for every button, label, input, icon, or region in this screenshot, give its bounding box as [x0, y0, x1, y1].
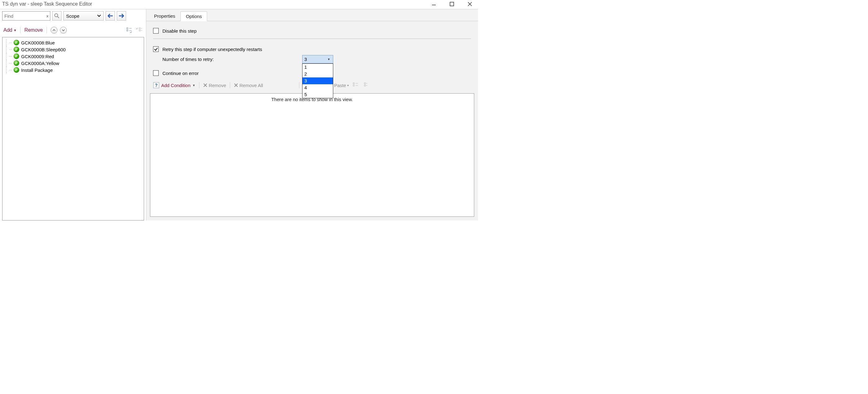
maximize-button[interactable] [448, 0, 456, 8]
conditions-list[interactable]: There are no items to show in this view. [150, 93, 474, 217]
move-up-button[interactable] [51, 27, 58, 34]
add-label: Add [3, 27, 12, 33]
minimize-button[interactable] [430, 0, 438, 8]
remove-all-button[interactable]: Remove All [234, 83, 263, 88]
svg-rect-9 [139, 30, 141, 31]
window: TS dyn var - sleep Task Sequence Editor … [0, 0, 478, 221]
tab-options[interactable]: Options [180, 11, 207, 21]
retry-row: Retry this step if computer unexpectedly… [153, 45, 471, 54]
retry-option[interactable]: 2 [303, 71, 333, 78]
retry-count-field[interactable]: 3 ▾ [302, 55, 333, 63]
titlebar: TS dyn var - sleep Task Sequence Editor [0, 0, 478, 9]
retry-option[interactable]: 3 [303, 78, 333, 84]
success-icon: ✓ [14, 47, 19, 52]
tree-item[interactable]: ✓ GCK00008:Blue [4, 39, 143, 46]
retry-option[interactable]: 5 [303, 91, 333, 98]
x-icon [203, 83, 208, 87]
search-button[interactable] [52, 11, 61, 21]
content: x Scope Add ▼ [0, 9, 478, 221]
retry-count-dropdown[interactable]: 3 ▾ 1 2 3 4 5 [302, 55, 333, 63]
chevron-up-double-icon [52, 28, 56, 32]
retry-count-list: 1 2 3 4 5 [302, 63, 333, 98]
nav-forward-button[interactable] [117, 11, 126, 21]
scope-select[interactable]: Scope [63, 11, 104, 21]
arrow-left-icon [107, 14, 113, 18]
tree-connector [9, 56, 12, 57]
tree-item-label: GCK0000A:Yellow [21, 61, 59, 66]
svg-rect-19 [364, 85, 366, 86]
retry-checkbox[interactable] [153, 46, 159, 52]
add-button[interactable]: Add ▼ [3, 27, 17, 33]
disable-step-row: Disable this step [153, 26, 471, 35]
remove-condition-button[interactable]: Remove [203, 83, 226, 88]
dropdown-caret-icon: ▼ [13, 29, 17, 32]
continue-label: Continue on error [162, 71, 199, 76]
close-button[interactable] [466, 0, 474, 8]
retry-label: Retry this step if computer unexpectedly… [162, 47, 262, 52]
svg-rect-17 [353, 85, 354, 86]
chevron-down-double-icon [61, 28, 65, 32]
tree-extra-controls [126, 27, 143, 33]
separator [230, 82, 230, 88]
search-icon [54, 13, 60, 19]
tree-toolbar: Add ▼ Remove [2, 22, 144, 37]
svg-rect-16 [353, 83, 354, 84]
paste-label: Paste [334, 83, 346, 88]
chevron-down-icon: ▾ [327, 57, 331, 61]
indent-icon[interactable] [361, 82, 368, 88]
find-clear-button[interactable]: x [46, 14, 49, 18]
svg-rect-8 [139, 28, 141, 29]
remove-button[interactable]: Remove [24, 27, 43, 33]
tree-item[interactable]: ✓ Install Package [4, 66, 143, 74]
tree-item-label: GCK0000B:Sleep600 [21, 47, 65, 52]
remove-condition-label: Remove [209, 83, 226, 88]
find-input[interactable] [2, 11, 50, 21]
check-icon [154, 47, 158, 51]
retry-option[interactable]: 4 [303, 84, 333, 91]
retry-count-label: Number of times to retry: [162, 57, 296, 62]
move-down-button[interactable] [60, 27, 67, 34]
separator [20, 27, 21, 33]
find-input-wrap: x [2, 11, 50, 21]
tree-item[interactable]: ✓ GCK0000B:Sleep600 [4, 46, 143, 53]
tab-properties[interactable]: Properties [149, 11, 180, 21]
divider [153, 38, 471, 39]
sequence-tree[interactable]: ✓ GCK00008:Blue ✓ GCK0000B:Sleep600 ✓ GC… [2, 37, 144, 221]
tab-strip: Properties Options [146, 9, 478, 21]
add-condition-button[interactable]: Add Condition ▼ [161, 83, 195, 88]
chevron-down-icon [97, 14, 101, 18]
tree-connector [9, 43, 12, 43]
separator [46, 27, 47, 33]
tree-item[interactable]: ✓ GCK0000A:Yellow [4, 60, 143, 66]
disable-step-label: Disable this step [162, 28, 196, 34]
dropdown-caret-icon: ▾ [347, 84, 349, 87]
success-icon: ✓ [14, 54, 19, 59]
tree-connector [9, 63, 12, 63]
svg-rect-18 [364, 83, 366, 84]
svg-line-5 [58, 17, 59, 18]
nav-back-button[interactable] [105, 11, 115, 21]
find-row: x Scope [2, 11, 144, 22]
retry-option[interactable]: 1 [303, 64, 333, 71]
svg-point-4 [55, 14, 58, 17]
success-icon: ✓ [14, 40, 19, 46]
left-pane: x Scope Add ▼ [0, 9, 146, 221]
svg-rect-7 [127, 30, 128, 31]
retry-count-row: Number of times to retry: 3 ▾ 1 2 3 4 5 [153, 54, 471, 66]
outdent-icon[interactable] [352, 82, 359, 88]
tree-item-label: Install Package [21, 67, 53, 73]
tree-item-label: GCK00008:Blue [21, 40, 55, 46]
outdent-icon[interactable] [126, 27, 133, 33]
remove-all-label: Remove All [240, 83, 263, 88]
indent-icon[interactable] [136, 27, 143, 33]
svg-rect-1 [450, 2, 454, 6]
dropdown-caret-icon: ▼ [192, 84, 195, 87]
retry-count-value: 3 [304, 57, 307, 62]
continue-checkbox[interactable] [153, 70, 159, 76]
window-title: TS dyn var - sleep Task Sequence Editor [2, 1, 92, 7]
disable-step-checkbox[interactable] [153, 28, 159, 34]
x-icon [234, 83, 238, 87]
tree-item[interactable]: ✓ GCK00009:Red [4, 53, 143, 60]
tree-item-label: GCK00009:Red [21, 54, 54, 59]
svg-rect-6 [127, 28, 128, 29]
